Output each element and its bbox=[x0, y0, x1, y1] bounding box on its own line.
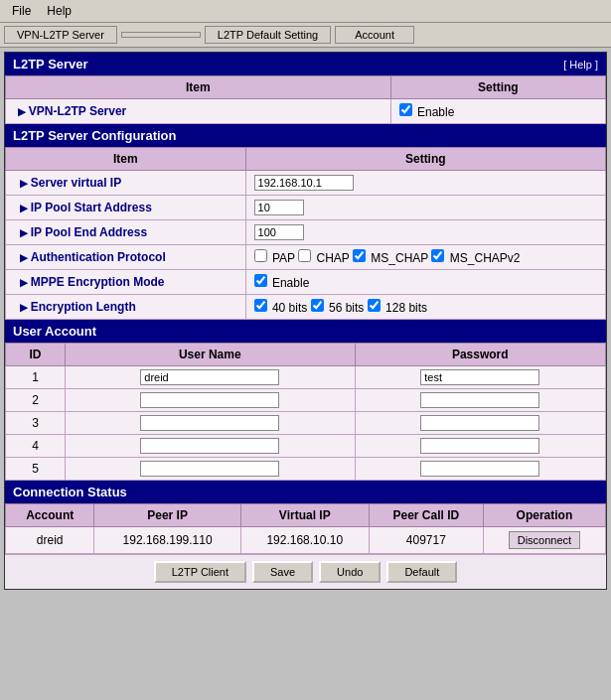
toolbar-account[interactable]: Account bbox=[335, 26, 414, 44]
toolbar-vpn-l2tp[interactable]: VPN-L2TP Server bbox=[4, 26, 117, 44]
ip-pool-end-row: IP Pool End Address bbox=[6, 220, 606, 245]
l2tp-server-title: L2TP Server bbox=[13, 57, 88, 71]
mppe-row: MPPE Encryption Mode Enable bbox=[6, 270, 606, 295]
password-input-5[interactable] bbox=[420, 461, 539, 477]
128bits-checkbox[interactable] bbox=[368, 299, 381, 312]
user-account-header-row: ID User Name Password bbox=[6, 344, 606, 366]
user-row-1: 1 bbox=[6, 366, 606, 389]
user-name-cell-1 bbox=[66, 366, 356, 389]
l2tp-client-button[interactable]: L2TP Client bbox=[154, 561, 246, 583]
l2tp-config-title: L2TP Server Configuration bbox=[13, 128, 176, 143]
vpn-l2tp-enable-checkbox[interactable] bbox=[399, 103, 412, 116]
user-id-5: 5 bbox=[6, 458, 66, 481]
ip-pool-end-input[interactable] bbox=[254, 224, 304, 240]
save-button[interactable]: Save bbox=[252, 561, 313, 583]
toolbar-empty[interactable] bbox=[121, 32, 201, 38]
user-id-3: 3 bbox=[6, 412, 66, 435]
username-input-4[interactable] bbox=[140, 438, 279, 454]
conn-operation-1: Disconnect bbox=[483, 527, 605, 554]
main-container: L2TP Server [ Help ] Item Setting VPN-L2… bbox=[4, 52, 607, 590]
virtual-ip-header: Virtual IP bbox=[240, 504, 369, 527]
ip-pool-end-label: IP Pool End Address bbox=[6, 220, 246, 245]
ip-pool-end-setting bbox=[245, 220, 605, 245]
chap-checkbox[interactable] bbox=[298, 249, 311, 262]
ip-pool-start-input[interactable] bbox=[254, 200, 304, 215]
user-row-5: 5 bbox=[6, 458, 606, 481]
conn-virtual-ip-1: 192.168.10.10 bbox=[240, 527, 369, 554]
peer-ip-header: Peer IP bbox=[94, 504, 240, 527]
mppe-enable-label: Enable bbox=[272, 276, 309, 290]
user-id-4: 4 bbox=[6, 435, 66, 458]
id-header: ID bbox=[6, 344, 66, 366]
vpn-l2tp-label: VPN-L2TP Server bbox=[6, 99, 391, 124]
undo-button[interactable]: Undo bbox=[319, 561, 381, 583]
ms-chapv2-checkbox[interactable] bbox=[431, 249, 444, 262]
pap-checkbox[interactable] bbox=[254, 249, 267, 262]
config-header-row: Item Setting bbox=[6, 148, 606, 171]
connection-status-title: Connection Status bbox=[13, 485, 127, 499]
128bits-label: 128 bits bbox=[385, 301, 427, 315]
user-row-3: 3 bbox=[6, 412, 606, 435]
encryption-length-setting: 40 bits 56 bits 128 bits bbox=[245, 295, 605, 320]
toolbar-l2tp-default[interactable]: L2TP Default Setting bbox=[205, 26, 331, 44]
user-password-cell-1 bbox=[355, 366, 605, 389]
connection-header-row: Account Peer IP Virtual IP Peer Call ID … bbox=[6, 504, 606, 527]
mppe-enable-checkbox[interactable] bbox=[254, 274, 267, 287]
ip-pool-start-row: IP Pool Start Address bbox=[6, 196, 606, 220]
l2tp-config-table: Item Setting Server virtual IP IP Pool S… bbox=[5, 147, 606, 320]
connection-status-table: Account Peer IP Virtual IP Peer Call ID … bbox=[5, 503, 606, 554]
l2tp-server-header: L2TP Server [ Help ] bbox=[5, 53, 606, 75]
help-link[interactable]: [ Help ] bbox=[563, 59, 598, 70]
encryption-length-row: Encryption Length 40 bits 56 bits 128 bi… bbox=[6, 295, 606, 320]
vpn-l2tp-enable-label: Enable bbox=[417, 105, 454, 119]
56bits-checkbox[interactable] bbox=[311, 299, 324, 312]
disconnect-button[interactable]: Disconnect bbox=[509, 531, 580, 549]
server-virtual-ip-setting bbox=[245, 171, 605, 196]
user-account-header: User Account bbox=[5, 320, 606, 343]
conn-peer-ip-1: 192.168.199.110 bbox=[94, 527, 240, 554]
menu-help[interactable]: Help bbox=[39, 2, 79, 20]
l2tp-server-item-header: Item bbox=[6, 76, 391, 99]
password-input-3[interactable] bbox=[420, 415, 539, 431]
l2tp-server-table: Item Setting VPN-L2TP Server Enable bbox=[5, 75, 606, 124]
pap-label: PAP bbox=[272, 251, 295, 265]
user-row-4: 4 bbox=[6, 435, 606, 458]
password-input-2[interactable] bbox=[420, 392, 539, 408]
conn-peer-call-id-1: 409717 bbox=[369, 527, 483, 554]
username-input-3[interactable] bbox=[140, 415, 279, 431]
mppe-setting: Enable bbox=[245, 270, 605, 295]
user-password-cell-4 bbox=[355, 435, 605, 458]
server-virtual-ip-label: Server virtual IP bbox=[6, 171, 246, 196]
user-password-cell-5 bbox=[355, 458, 605, 481]
auth-protocol-setting: PAP CHAP MS_CHAP MS_CHAPv2 bbox=[245, 245, 605, 270]
account-header: Account bbox=[6, 504, 94, 527]
password-input-4[interactable] bbox=[420, 438, 539, 454]
username-input-1[interactable] bbox=[140, 369, 279, 385]
ms-chap-checkbox[interactable] bbox=[353, 249, 366, 262]
ip-pool-start-label: IP Pool Start Address bbox=[6, 196, 246, 220]
conn-account-1: dreid bbox=[6, 527, 94, 554]
ms-chapv2-label: MS_CHAPv2 bbox=[450, 251, 521, 265]
user-account-table: ID User Name Password 1 2 3 bbox=[5, 343, 606, 481]
server-virtual-ip-input[interactable] bbox=[254, 175, 354, 191]
encryption-length-label: Encryption Length bbox=[6, 295, 246, 320]
40bits-checkbox[interactable] bbox=[254, 299, 267, 312]
toolbar: VPN-L2TP Server L2TP Default Setting Acc… bbox=[0, 23, 611, 48]
user-name-cell-3 bbox=[66, 412, 356, 435]
user-password-cell-3 bbox=[355, 412, 605, 435]
user-id-2: 2 bbox=[6, 389, 66, 412]
peer-call-id-header: Peer Call ID bbox=[369, 504, 483, 527]
default-button[interactable]: Default bbox=[386, 561, 457, 583]
password-input-1[interactable] bbox=[420, 369, 539, 385]
l2tp-server-header-row: Item Setting bbox=[6, 76, 606, 99]
vpn-l2tp-setting: Enable bbox=[390, 99, 605, 124]
ms-chap-label: MS_CHAP bbox=[371, 251, 428, 265]
l2tp-server-setting-header: Setting bbox=[390, 76, 605, 99]
username-input-2[interactable] bbox=[140, 392, 279, 408]
menu-file[interactable]: File bbox=[4, 2, 39, 20]
username-header: User Name bbox=[66, 344, 356, 366]
connection-status-header: Connection Status bbox=[5, 481, 606, 503]
user-name-cell-4 bbox=[66, 435, 356, 458]
username-input-5[interactable] bbox=[140, 461, 279, 477]
menu-bar: File Help bbox=[0, 0, 611, 23]
